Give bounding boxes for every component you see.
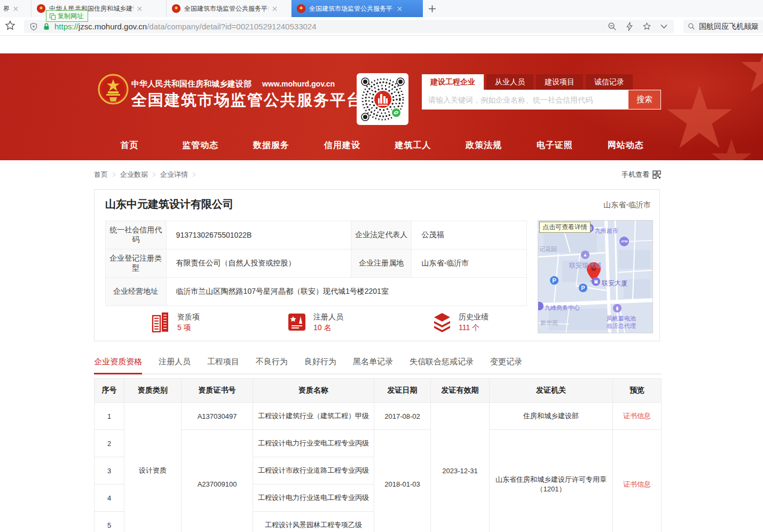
cell-name: 工程设计风景园林工程专项乙级 <box>253 512 374 532</box>
tab-registered-personnel[interactable]: 注册人员 <box>159 354 191 373</box>
nav-supervision[interactable]: 监管动态 <box>165 131 236 160</box>
tab-good-behavior[interactable]: 良好行为 <box>304 354 336 373</box>
certificate-info-link[interactable]: 证书信息 <box>623 412 651 420</box>
new-tab-button[interactable] <box>423 0 441 17</box>
emblem-favicon-icon <box>172 4 180 13</box>
col-authority: 发证机关 <box>490 379 613 403</box>
screen: 界 中华人民共和国住房和城乡建设 全国建筑市场监管公共服务平台 全国建筑市场监管… <box>0 0 763 532</box>
stat-label: 资质项 <box>177 311 200 322</box>
tab-dishonesty[interactable]: 失信联合惩戒记录 <box>410 354 474 373</box>
url-path: /data/company/detail?id=0021052912405330… <box>147 22 316 31</box>
layers-icon <box>432 312 452 332</box>
stat-value: 10 名 <box>313 322 343 333</box>
map-label-supermarket: 九州超市 <box>595 227 618 235</box>
site-header: 中华人民共和国住房和城乡建设部 www.mohurd.gov.cn 全国建筑市场… <box>0 53 763 160</box>
browser-tab-jzsc[interactable]: 全国建筑市场监管公共服务平台 <box>167 0 292 17</box>
map-label-battery-2: 临沂总代理 <box>607 322 636 330</box>
cell-no: 1 <box>95 403 124 430</box>
close-icon[interactable] <box>397 6 402 11</box>
cell-cert-no: A137030497 <box>182 403 253 430</box>
nav-credit[interactable]: 信用建设 <box>306 131 377 160</box>
emblem-favicon-icon <box>37 4 45 13</box>
map-label-garden: 记花园 <box>539 245 557 253</box>
nav-e-license[interactable]: 电子证照 <box>520 131 591 160</box>
mobile-view-label: 手机查看 <box>622 170 649 179</box>
reg-type-label: 企业登记注册类型 <box>106 249 167 278</box>
browser-tab-active[interactable]: 全国建筑市场监管公共服务平台 <box>292 0 423 17</box>
breadcrumb-home[interactable]: 首页 <box>94 170 108 179</box>
stat-qualifications[interactable]: 资质项 5 项 <box>151 311 200 333</box>
map-atm-badge: ATM <box>619 237 629 246</box>
nav-policy[interactable]: 政策法规 <box>449 131 520 160</box>
cell-category: 设计资质 <box>124 403 182 532</box>
company-stats: 资质项 5 项 注册人员 10 名 <box>105 311 527 336</box>
company-name: 山东中元建筑设计有限公司 <box>105 197 233 212</box>
breadcrumb: 首页 企业数据 企业详情 手机查看 <box>94 167 661 182</box>
search-tab-project[interactable]: 建设项目 <box>536 74 583 90</box>
nav-site-news[interactable]: 网站动态 <box>590 131 661 160</box>
keyword-search-input[interactable] <box>422 90 628 109</box>
nav-data-service[interactable]: 数据服务 <box>236 131 307 160</box>
close-icon[interactable] <box>137 6 142 11</box>
detail-tabs: 企业资质资格 注册人员 工程项目 不良行为 良好行为 黑名单记录 失信联合惩戒记… <box>94 354 661 374</box>
cell-issue-date: 2018-01-03 <box>374 430 431 532</box>
breadcrumb-company-detail[interactable]: 企业详情 <box>160 170 188 179</box>
map-poi-icon: ▲ <box>581 251 589 259</box>
cell-name: 工程设计电力行业变电工程专业丙级 <box>253 430 374 457</box>
qr-code-icon <box>652 170 661 179</box>
breadcrumb-company-data[interactable]: 企业数据 <box>120 170 148 179</box>
tab-blacklist[interactable]: 黑名单记录 <box>353 354 393 373</box>
quick-search-box[interactable]: 国航回应飞机颠簸 <box>683 20 763 33</box>
browser-tab-partial[interactable]: 界 <box>0 0 32 17</box>
emblem-favicon-icon <box>297 4 305 13</box>
shield-icon[interactable] <box>29 22 38 31</box>
location-map[interactable]: 点击可查看详情 ▣ 九州超市 ATM 记花园 ▲ 联安现代城 ▣ 联安大厦 P … <box>538 220 653 333</box>
search-icon <box>688 22 695 30</box>
nav-home[interactable]: 首页 <box>94 131 165 160</box>
address-label: 企业经营地址 <box>106 278 167 306</box>
credit-code-label: 统一社会信用代码 <box>106 221 167 249</box>
search-tab-credit[interactable]: 诚信记录 <box>586 74 633 90</box>
copy-icon <box>50 13 55 19</box>
company-region: 山东省-临沂市 <box>603 200 651 210</box>
url-scheme: https:// <box>54 22 78 31</box>
bookmark-star-icon[interactable] <box>4 20 16 32</box>
chevron-down-icon[interactable] <box>660 24 667 29</box>
chevron-right-icon <box>112 172 116 177</box>
cell-authority: 山东省住房和城乡建设厅许可专用章 （1201） <box>490 430 613 532</box>
tab-bad-behavior[interactable]: 不良行为 <box>256 354 288 373</box>
url-text: https://jzsc.mohurd.gov.cn/data/company/… <box>54 22 317 31</box>
national-emblem-icon <box>98 74 129 105</box>
favorite-star-icon[interactable] <box>642 22 651 31</box>
lightning-icon[interactable] <box>626 22 633 31</box>
close-icon[interactable] <box>272 6 277 11</box>
certificate-info-link[interactable]: 证书信息 <box>623 480 651 488</box>
close-icon[interactable] <box>13 6 18 11</box>
tab-qualifications[interactable]: 企业资质资格 <box>94 354 142 374</box>
search-button[interactable]: 搜索 <box>628 90 661 109</box>
company-card: 山东中元建筑设计有限公司 山东省-临沂市 统一社会信用代码 9137130267… <box>94 189 660 341</box>
map-label-battery-1: 凤帆蓄电池 <box>607 315 636 323</box>
table-row: 1 设计资质 A137030497 工程设计建筑行业（建筑工程）甲级 2017-… <box>95 403 662 430</box>
cell-name: 工程设计市政行业道路工程专业丙级 <box>253 457 374 484</box>
stat-label: 历史业绩 <box>459 311 489 322</box>
search-tab-enterprise[interactable]: 建设工程企业 <box>422 74 484 90</box>
tab-projects[interactable]: 工程项目 <box>207 354 239 373</box>
table-header-row: 序号 资质类别 资质证书号 资质名称 发证日期 发证有效期 发证机关 预览 <box>95 379 662 403</box>
map-parking-badge: P <box>579 284 587 292</box>
cell-authority: 住房和城乡建设部 <box>490 403 613 430</box>
stat-history-performance[interactable]: 历史业绩 111 个 <box>432 311 489 333</box>
mobile-view-button[interactable]: 手机查看 <box>622 170 661 179</box>
nav-workers[interactable]: 建筑工人 <box>377 131 449 160</box>
address-bar[interactable]: https://jzsc.mohurd.gov.cn/data/company/… <box>24 20 674 33</box>
legal-rep-label: 企业法定代表人 <box>351 221 412 249</box>
zoom-out-icon[interactable] <box>608 22 617 31</box>
tab-change-records[interactable]: 变更记录 <box>490 354 522 373</box>
search-tab-personnel[interactable]: 从业人员 <box>486 74 533 90</box>
ministry-line: 中华人民共和国住房和城乡建设部 www.mohurd.gov.cn <box>131 79 335 89</box>
cell-no: 5 <box>95 512 124 532</box>
chevron-right-icon <box>152 172 156 177</box>
stat-registered-personnel[interactable]: 注册人员 10 名 <box>287 311 343 333</box>
quick-search-text: 国航回应飞机颠簸 <box>699 22 759 32</box>
credit-code-value: 91371302675501022B <box>166 221 351 249</box>
